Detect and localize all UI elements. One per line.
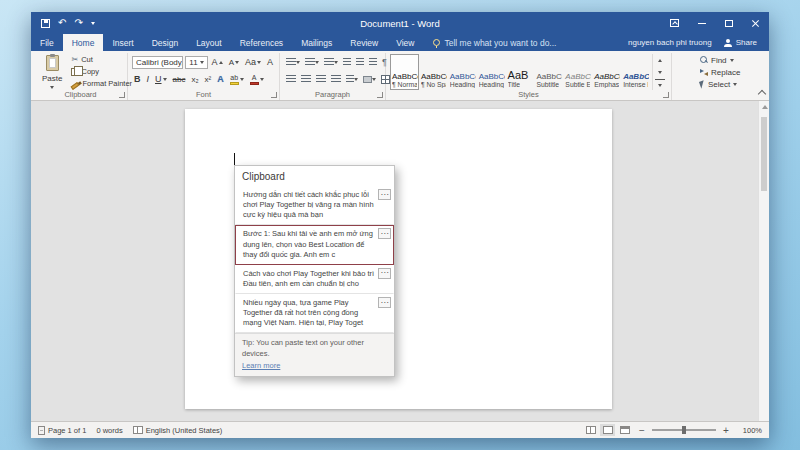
customize-qat-icon[interactable] bbox=[91, 22, 95, 25]
save-icon[interactable] bbox=[41, 19, 50, 28]
user-name[interactable]: nguyen bach phi truong bbox=[628, 38, 712, 47]
decrease-indent-button[interactable] bbox=[341, 56, 353, 70]
subscript-button[interactable]: x₂ bbox=[189, 73, 200, 87]
copy-button[interactable]: Copy bbox=[71, 66, 132, 77]
numbering-button[interactable] bbox=[303, 56, 321, 70]
close-button[interactable] bbox=[742, 12, 769, 34]
font-dialog-launcher[interactable] bbox=[271, 92, 277, 98]
paste-dropdown-caret bbox=[50, 86, 54, 89]
tab-design[interactable]: Design bbox=[143, 34, 187, 51]
language-indicator[interactable]: English (United States) bbox=[133, 426, 223, 435]
clipboard-item-menu-button[interactable]: ⋯ bbox=[378, 228, 391, 239]
zoom-level[interactable]: 100% bbox=[736, 426, 762, 435]
page-count-indicator[interactable]: Page 1 of 1 bbox=[38, 426, 86, 435]
zoom-slider-thumb[interactable] bbox=[682, 426, 686, 434]
style-heading-2[interactable]: AaBbCcE Heading 2 bbox=[477, 54, 506, 90]
style-emphasis[interactable]: AaBbCcDd Emphasis bbox=[592, 54, 621, 90]
find-button[interactable]: Find bbox=[700, 54, 762, 66]
font-color-button[interactable]: A bbox=[248, 73, 266, 87]
ribbon-display-options-button[interactable] bbox=[661, 12, 688, 34]
text-effects-button[interactable]: A bbox=[215, 73, 226, 87]
tab-review[interactable]: Review bbox=[341, 34, 387, 51]
clipboard-item-selected[interactable]: Bước 1: Sau khi tải về anh em mở ứng dụn… bbox=[235, 225, 394, 264]
learn-more-link[interactable]: Learn more bbox=[242, 361, 280, 371]
tab-home[interactable]: Home bbox=[63, 34, 104, 51]
bullets-button[interactable] bbox=[284, 56, 302, 70]
align-right-button[interactable] bbox=[314, 73, 328, 87]
underline-button[interactable]: U bbox=[153, 73, 169, 87]
styles-scroll-down-button[interactable] bbox=[655, 67, 665, 77]
clear-formatting-button[interactable]: A bbox=[265, 56, 275, 70]
tab-insert[interactable]: Insert bbox=[103, 34, 142, 51]
justify-button[interactable] bbox=[329, 73, 343, 87]
tab-file[interactable]: File bbox=[31, 34, 63, 51]
replace-button[interactable]: Replace bbox=[700, 66, 762, 78]
increase-indent-icon bbox=[356, 58, 364, 67]
print-layout-button[interactable] bbox=[600, 424, 615, 436]
style-heading-1[interactable]: AaBbCc Heading 1 bbox=[448, 54, 477, 90]
style-title[interactable]: AaB Title bbox=[506, 54, 535, 90]
paste-button[interactable]: Paste bbox=[38, 54, 66, 90]
maximize-button[interactable] bbox=[715, 12, 742, 34]
clipboard-dialog-launcher[interactable] bbox=[119, 92, 125, 98]
style-subtle-emphasis[interactable]: AaBbCcDd Subtle Em... bbox=[563, 54, 592, 90]
clipboard-item[interactable]: Hướng dẫn chi tiết cách khắc phục lỗi ch… bbox=[235, 186, 394, 225]
styles-more-button[interactable] bbox=[655, 79, 665, 89]
align-left-button[interactable] bbox=[284, 73, 298, 87]
zoom-out-button[interactable]: − bbox=[638, 425, 646, 436]
change-case-button[interactable]: Aa bbox=[243, 56, 263, 70]
font-size-combo[interactable]: 11 bbox=[185, 56, 207, 69]
tell-me-box[interactable]: Tell me what you want to do... bbox=[423, 34, 566, 51]
increase-indent-button[interactable] bbox=[354, 56, 366, 70]
style-subtitle[interactable]: AaBbCcD Subtitle bbox=[534, 54, 563, 90]
scrollbar-thumb[interactable] bbox=[761, 117, 767, 191]
scrollbar-up-icon[interactable] bbox=[762, 105, 768, 109]
zoom-slider[interactable] bbox=[652, 429, 716, 431]
web-layout-button[interactable] bbox=[617, 424, 632, 436]
styles-scroll-up-button[interactable] bbox=[655, 55, 665, 65]
multilevel-list-button[interactable] bbox=[322, 56, 340, 70]
tab-view[interactable]: View bbox=[387, 34, 423, 51]
redo-icon[interactable]: ↷ bbox=[74, 18, 82, 28]
spellcheck-icon bbox=[133, 426, 143, 434]
style-no-spacing[interactable]: AaBbCcDd ¶ No Spac... bbox=[419, 54, 448, 90]
align-center-button[interactable] bbox=[299, 73, 313, 87]
sort-button[interactable] bbox=[367, 56, 379, 70]
font-name-combo[interactable]: Calibri (Body, bbox=[132, 56, 183, 69]
format-painter-icon bbox=[71, 82, 80, 90]
italic-button[interactable]: I bbox=[145, 73, 152, 87]
tab-mailings[interactable]: Mailings bbox=[292, 34, 341, 51]
style-preview: AaBbCcDd bbox=[392, 72, 419, 81]
word-count-indicator[interactable]: 0 words bbox=[96, 426, 122, 435]
paragraph-dialog-launcher[interactable] bbox=[377, 92, 383, 98]
clipboard-item[interactable]: Nhiều ngày qua, tựa game Play Together đ… bbox=[235, 294, 394, 333]
bullets-caret-icon bbox=[296, 61, 300, 64]
read-mode-button[interactable] bbox=[583, 424, 598, 436]
zoom-in-button[interactable]: + bbox=[722, 425, 730, 436]
undo-icon[interactable]: ↶ bbox=[58, 18, 66, 28]
highlight-color-button[interactable]: ab bbox=[228, 73, 246, 87]
style-intense-emphasis[interactable]: AaBbCcDd Intense E... bbox=[621, 54, 650, 90]
tab-layout[interactable]: Layout bbox=[187, 34, 231, 51]
cut-button[interactable]: ✂ Cut bbox=[71, 54, 132, 65]
vertical-scrollbar[interactable] bbox=[758, 101, 769, 421]
style-normal[interactable]: AaBbCcDd ¶ Normal bbox=[390, 54, 419, 90]
minimize-button[interactable] bbox=[688, 12, 715, 34]
select-button[interactable]: Select bbox=[700, 78, 762, 90]
strikethrough-button[interactable]: abc bbox=[171, 73, 188, 87]
shrink-font-button[interactable]: A bbox=[227, 56, 241, 70]
clipboard-item-menu-button[interactable]: ⋯ bbox=[378, 189, 391, 200]
superscript-button[interactable]: x² bbox=[203, 73, 214, 87]
share-button[interactable]: Share bbox=[724, 38, 757, 47]
grow-font-button[interactable]: A bbox=[210, 56, 225, 70]
shading-button[interactable] bbox=[361, 73, 378, 87]
clipboard-item-menu-button[interactable]: ⋯ bbox=[378, 297, 391, 308]
format-painter-button[interactable]: Format Painter bbox=[71, 78, 132, 89]
styles-dialog-launcher[interactable] bbox=[663, 92, 669, 98]
tab-references[interactable]: References bbox=[231, 34, 292, 51]
clipboard-item-menu-button[interactable]: ⋯ bbox=[378, 268, 391, 279]
line-spacing-button[interactable] bbox=[344, 73, 360, 87]
bold-button[interactable]: B bbox=[132, 73, 143, 87]
font-color-bar bbox=[250, 82, 259, 85]
clipboard-item[interactable]: Cách vào chơi Play Together khi bảo trì … bbox=[235, 265, 394, 294]
